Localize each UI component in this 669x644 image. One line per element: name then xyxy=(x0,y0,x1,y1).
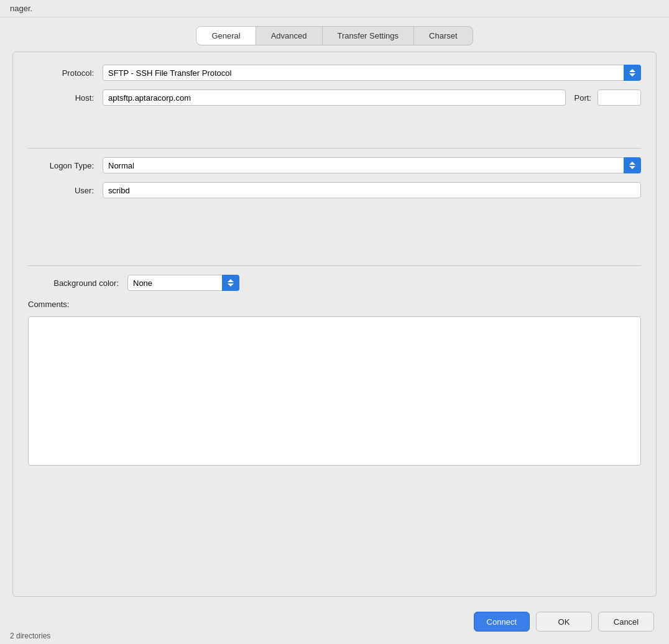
spacer-2 xyxy=(28,207,641,232)
user-label: User: xyxy=(28,186,103,195)
background-color-row: Background color: None xyxy=(28,275,641,291)
cancel-button[interactable]: Cancel xyxy=(598,612,654,632)
tab-transfer-settings[interactable]: Transfer Settings xyxy=(323,26,415,45)
ok-button[interactable]: OK xyxy=(536,612,592,632)
protocol-row: Protocol: SFTP - SSH File Transfer Proto… xyxy=(28,65,641,81)
title-bar: nager. xyxy=(0,0,669,17)
connect-button[interactable]: Connect xyxy=(474,612,530,632)
main-content: Protocol: SFTP - SSH File Transfer Proto… xyxy=(12,52,657,597)
comments-section: Comments: xyxy=(28,300,641,468)
host-port-row: Host: Port: xyxy=(28,90,641,106)
port-label: Port: xyxy=(566,93,597,103)
window-title: nager. xyxy=(10,4,32,13)
separator-1 xyxy=(28,148,641,149)
host-label: Host: xyxy=(28,93,103,103)
spacer-1 xyxy=(28,114,641,139)
protocol-select[interactable]: SFTP - SSH File Transfer Protocol xyxy=(103,65,641,81)
tab-advanced[interactable]: Advanced xyxy=(256,26,323,45)
port-input[interactable] xyxy=(597,90,641,106)
comments-label: Comments: xyxy=(28,300,641,311)
logon-type-select-wrapper: Normal xyxy=(103,157,641,173)
tab-charset[interactable]: Charset xyxy=(414,26,473,45)
logon-type-select[interactable]: Normal xyxy=(103,157,641,173)
host-input[interactable] xyxy=(103,90,566,106)
site-manager-window: nager. General Advanced Transfer Setting… xyxy=(0,0,669,644)
separator-2 xyxy=(28,265,641,266)
user-input[interactable] xyxy=(103,182,641,198)
status-bar: 2 directories xyxy=(0,628,60,644)
tab-general[interactable]: General xyxy=(196,26,256,45)
user-row: User: xyxy=(28,182,641,198)
button-bar: Connect OK Cancel xyxy=(0,603,669,644)
background-color-label: Background color: xyxy=(28,278,127,288)
status-text: 2 directories xyxy=(10,632,50,640)
protocol-select-wrapper: SFTP - SSH File Transfer Protocol xyxy=(103,65,641,81)
background-color-select-wrapper: None xyxy=(127,275,239,291)
protocol-label: Protocol: xyxy=(28,68,103,78)
tab-bar: General Advanced Transfer Settings Chars… xyxy=(0,17,669,45)
spacer-3 xyxy=(28,232,641,257)
logon-type-label: Logon Type: xyxy=(28,161,103,170)
background-color-select[interactable]: None xyxy=(127,275,239,291)
comments-textarea[interactable] xyxy=(28,316,641,466)
logon-type-row: Logon Type: Normal xyxy=(28,157,641,173)
